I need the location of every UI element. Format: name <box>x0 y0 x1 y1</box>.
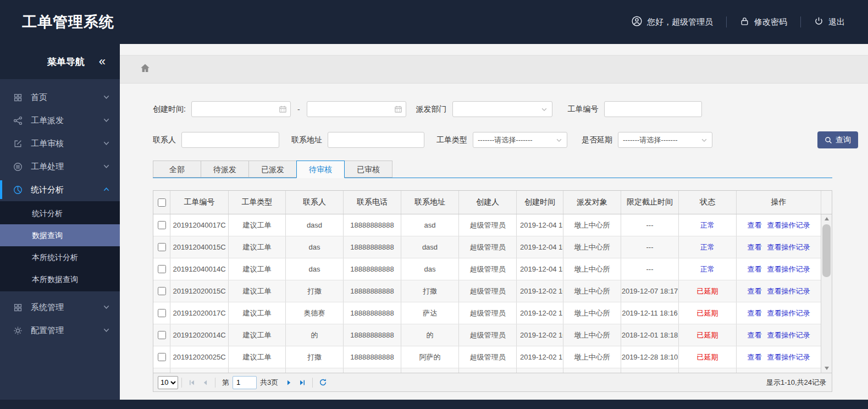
view-log-link[interactable]: 查看操作记录 <box>767 242 810 252</box>
delay-select[interactable]: -------请选择------- <box>618 132 712 148</box>
view-link[interactable]: 查看 <box>748 242 762 252</box>
search-icon <box>825 136 832 144</box>
cell-order-no: 201912020015C <box>170 280 228 302</box>
cell-actions: 查看 查看操作记录 <box>736 280 821 302</box>
cell-dispatch-target: 墩上中心所 <box>563 346 621 368</box>
cell-address: 阿萨的 <box>401 346 458 368</box>
tab-to-dispatch[interactable]: 待派发 <box>201 161 249 178</box>
submenu-item-data-query[interactable]: 数据查询 <box>0 224 120 246</box>
power-icon <box>814 16 823 27</box>
create-time-start-input[interactable] <box>191 101 291 117</box>
sidebar-item-review[interactable]: 工单审核 <box>0 132 120 155</box>
status-tabs: 全部 待派发 已派发 待审核 已审核 <box>153 161 832 178</box>
column-header: 联系人 <box>285 191 343 214</box>
tab-dispatched[interactable]: 已派发 <box>248 161 297 178</box>
sidebar-item-config[interactable]: 配置管理 <box>0 319 120 342</box>
row-checkbox[interactable] <box>158 331 166 339</box>
first-page-button[interactable] <box>185 376 198 389</box>
cell-deadline <box>621 368 678 373</box>
total-pages-label: 共3页 <box>260 378 278 388</box>
divider <box>800 16 801 27</box>
cell-creator: 超级管理员 <box>458 324 516 346</box>
last-page-button[interactable] <box>296 376 309 389</box>
order-no-input[interactable] <box>604 101 702 117</box>
cell-actions: 查看 查看操作记录 <box>736 324 821 346</box>
row-checkbox[interactable] <box>158 353 166 361</box>
sidebar-item-home[interactable]: 首页 <box>0 86 120 109</box>
cell-created-time: 2019-12-04 15 <box>516 236 563 258</box>
dispatch-dept-select[interactable] <box>452 101 552 117</box>
view-link[interactable]: 查看 <box>748 264 762 274</box>
breadcrumb <box>120 55 868 84</box>
sidebar-item-dispatch[interactable]: 工单派发 <box>0 109 120 132</box>
tab-reviewed[interactable]: 已审核 <box>344 161 392 178</box>
cell-actions: 查看 查看操作记录 <box>736 346 821 368</box>
next-page-button[interactable] <box>283 376 296 389</box>
table-row <box>153 368 821 373</box>
sidebar-item-process[interactable]: 工单处理 <box>0 155 120 178</box>
cell-actions: 查看 查看操作记录 <box>736 236 821 258</box>
page-number-input[interactable] <box>233 376 257 389</box>
row-checkbox[interactable] <box>158 243 166 251</box>
cell-deadline: 2019-12-28 18:10 <box>621 346 678 368</box>
tab-all[interactable]: 全部 <box>153 161 201 178</box>
view-log-link[interactable]: 查看操作记录 <box>767 330 810 340</box>
address-input[interactable] <box>328 132 424 148</box>
row-checkbox[interactable] <box>158 309 166 317</box>
scroll-down-icon[interactable] <box>821 364 832 373</box>
view-link[interactable]: 查看 <box>748 220 762 230</box>
table-row: 201912020015C 建议工单 打撒 18888888888 打撒 超级管… <box>153 280 821 302</box>
cell-address: das <box>401 258 458 280</box>
view-log-link[interactable]: 查看操作记录 <box>767 286 810 296</box>
cell-creator: 超级管理员 <box>458 258 516 280</box>
view-link[interactable]: 查看 <box>748 308 762 318</box>
view-link[interactable]: 查看 <box>748 330 762 340</box>
view-link[interactable]: 查看 <box>748 352 762 362</box>
collapse-sidebar-icon[interactable]: « <box>99 56 104 68</box>
tab-pending-review[interactable]: 待审核 <box>296 161 345 178</box>
select-all-checkbox[interactable] <box>158 198 166 207</box>
view-log-link[interactable]: 查看操作记录 <box>767 352 810 362</box>
logout-link[interactable]: 退出 <box>814 16 845 27</box>
sidebar-item-label: 配置管理 <box>31 325 103 336</box>
submenu-item-statistics[interactable]: 统计分析 <box>0 202 120 224</box>
view-log-link[interactable]: 查看操作记录 <box>767 220 810 230</box>
status-badge <box>678 368 736 373</box>
view-log-link[interactable]: 查看操作记录 <box>767 264 810 274</box>
home-icon[interactable] <box>140 63 151 76</box>
cell-actions: 查看 查看操作记录 <box>736 302 821 324</box>
create-time-end-input[interactable] <box>307 101 406 117</box>
column-header: 限定截止时间 <box>621 191 678 214</box>
cell-phone: 18888888888 <box>343 346 401 368</box>
sidebar-item-system[interactable]: 系统管理 <box>0 296 120 319</box>
submenu-item-local-statistics[interactable]: 本所统计分析 <box>0 246 120 268</box>
filter-row-1: 创建时间: - 派发部门 工单编号 <box>153 101 868 117</box>
page-size-select[interactable]: 10 <box>158 376 178 389</box>
row-checkbox[interactable] <box>158 221 166 229</box>
view-link[interactable]: 查看 <box>748 286 762 296</box>
cell-deadline: --- <box>621 258 678 280</box>
table-scrollbar[interactable] <box>821 214 832 373</box>
order-type-select[interactable]: -------请选择------- <box>473 132 567 148</box>
sidebar-title: 菜单导航 <box>47 56 85 68</box>
filter-row-2: 联系人 联系地址 工单类型 -------请选择------- 是否延期 ---… <box>153 131 868 148</box>
submenu-item-local-data-query[interactable]: 本所数据查询 <box>0 268 120 290</box>
view-log-link[interactable]: 查看操作记录 <box>767 308 810 318</box>
search-button[interactable]: 查询 <box>817 131 858 148</box>
sidebar-item-statistics[interactable]: 统计分析 <box>0 178 120 201</box>
user-greeting[interactable]: 您好，超级管理员 <box>632 16 713 28</box>
cell-order-no: 201912020014C <box>170 324 228 346</box>
chevron-down-icon <box>103 93 110 102</box>
cell-address: 打撒 <box>401 280 458 302</box>
scrollbar-thumb[interactable] <box>822 224 831 277</box>
cell-contact <box>285 368 343 373</box>
scroll-up-icon[interactable] <box>821 214 832 223</box>
column-header: 操作 <box>736 191 821 214</box>
row-checkbox[interactable] <box>158 265 166 273</box>
change-password-link[interactable]: 修改密码 <box>740 16 787 27</box>
refresh-button[interactable] <box>316 376 329 389</box>
row-checkbox[interactable] <box>158 287 166 295</box>
prev-page-button[interactable] <box>198 376 212 389</box>
contact-input[interactable] <box>181 132 279 148</box>
cell-phone: 18888888888 <box>343 258 401 280</box>
